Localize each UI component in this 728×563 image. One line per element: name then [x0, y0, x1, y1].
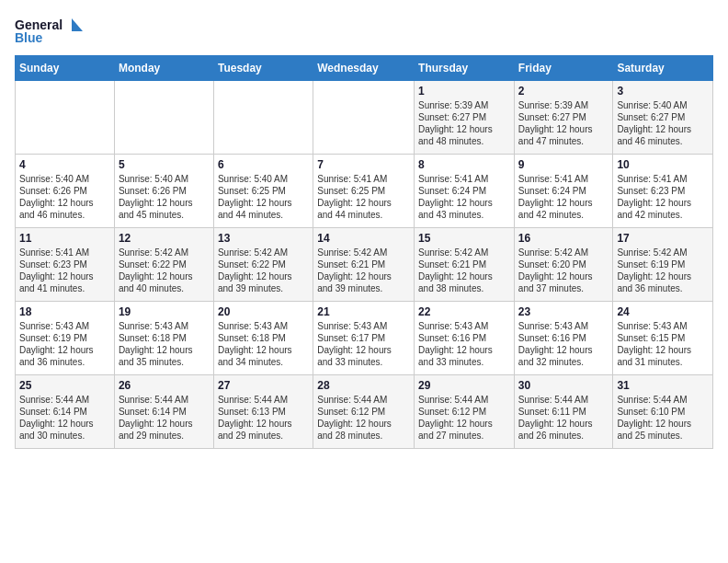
day-number: 5	[119, 158, 210, 171]
calendar-body: 1Sunrise: 5:39 AM Sunset: 6:27 PM Daylig…	[16, 81, 713, 449]
day-info: Sunrise: 5:40 AM Sunset: 6:26 PM Dayligh…	[19, 173, 110, 221]
day-cell: 4Sunrise: 5:40 AM Sunset: 6:26 PM Daylig…	[16, 155, 115, 228]
day-info: Sunrise: 5:44 AM Sunset: 6:14 PM Dayligh…	[19, 394, 110, 442]
week-row-1: 1Sunrise: 5:39 AM Sunset: 6:27 PM Daylig…	[16, 81, 713, 155]
day-number: 1	[418, 85, 510, 98]
day-cell: 28Sunrise: 5:44 AM Sunset: 6:12 PM Dayli…	[313, 375, 415, 449]
day-cell: 8Sunrise: 5:41 AM Sunset: 6:24 PM Daylig…	[415, 155, 515, 228]
day-number: 15	[418, 232, 510, 245]
svg-text:Blue: Blue	[15, 30, 43, 45]
day-cell: 11Sunrise: 5:41 AM Sunset: 6:23 PM Dayli…	[16, 228, 115, 302]
day-cell: 29Sunrise: 5:44 AM Sunset: 6:12 PM Dayli…	[415, 375, 515, 449]
day-cell: 19Sunrise: 5:43 AM Sunset: 6:18 PM Dayli…	[114, 302, 213, 375]
day-cell: 6Sunrise: 5:40 AM Sunset: 6:25 PM Daylig…	[213, 155, 313, 228]
day-cell: 23Sunrise: 5:43 AM Sunset: 6:16 PM Dayli…	[514, 302, 613, 375]
day-number: 22	[418, 305, 510, 318]
day-number: 6	[218, 158, 309, 171]
day-header-saturday: Saturday	[613, 56, 713, 81]
day-cell: 30Sunrise: 5:44 AM Sunset: 6:11 PM Dayli…	[514, 375, 613, 449]
day-info: Sunrise: 5:43 AM Sunset: 6:18 PM Dayligh…	[218, 320, 309, 368]
day-number: 23	[518, 305, 609, 318]
day-info: Sunrise: 5:43 AM Sunset: 6:17 PM Dayligh…	[317, 320, 410, 368]
day-number: 26	[119, 379, 210, 392]
day-info: Sunrise: 5:43 AM Sunset: 6:18 PM Dayligh…	[119, 320, 210, 368]
day-number: 13	[218, 232, 309, 245]
day-cell: 22Sunrise: 5:43 AM Sunset: 6:16 PM Dayli…	[415, 302, 515, 375]
day-info: Sunrise: 5:41 AM Sunset: 6:25 PM Dayligh…	[317, 173, 410, 221]
day-cell: 31Sunrise: 5:44 AM Sunset: 6:10 PM Dayli…	[613, 375, 713, 449]
day-cell: 7Sunrise: 5:41 AM Sunset: 6:25 PM Daylig…	[313, 155, 415, 228]
day-number: 14	[317, 232, 410, 245]
header: GeneralBlue	[15, 15, 713, 48]
day-number: 4	[19, 158, 110, 171]
day-cell: 2Sunrise: 5:39 AM Sunset: 6:27 PM Daylig…	[514, 81, 613, 155]
day-info: Sunrise: 5:42 AM Sunset: 6:21 PM Dayligh…	[418, 247, 510, 294]
day-header-tuesday: Tuesday	[213, 56, 313, 81]
day-info: Sunrise: 5:40 AM Sunset: 6:27 PM Dayligh…	[617, 99, 709, 147]
day-number: 19	[119, 305, 210, 318]
day-cell: 21Sunrise: 5:43 AM Sunset: 6:17 PM Dayli…	[313, 302, 415, 375]
day-info: Sunrise: 5:39 AM Sunset: 6:27 PM Dayligh…	[518, 99, 609, 147]
day-info: Sunrise: 5:44 AM Sunset: 6:13 PM Dayligh…	[218, 394, 309, 442]
day-info: Sunrise: 5:42 AM Sunset: 6:21 PM Dayligh…	[317, 247, 410, 294]
day-info: Sunrise: 5:41 AM Sunset: 6:24 PM Dayligh…	[418, 173, 510, 221]
day-cell: 5Sunrise: 5:40 AM Sunset: 6:26 PM Daylig…	[114, 155, 213, 228]
day-info: Sunrise: 5:40 AM Sunset: 6:26 PM Dayligh…	[119, 173, 210, 221]
logo-svg: GeneralBlue	[15, 15, 88, 48]
day-number: 24	[617, 305, 709, 318]
day-header-thursday: Thursday	[415, 56, 515, 81]
day-info: Sunrise: 5:44 AM Sunset: 6:12 PM Dayligh…	[418, 394, 510, 442]
day-cell: 13Sunrise: 5:42 AM Sunset: 6:22 PM Dayli…	[213, 228, 313, 302]
day-number: 10	[617, 158, 709, 171]
day-number: 9	[518, 158, 609, 171]
logo: GeneralBlue	[15, 15, 88, 48]
day-number: 28	[317, 379, 410, 392]
day-number: 16	[518, 232, 609, 245]
day-cell: 1Sunrise: 5:39 AM Sunset: 6:27 PM Daylig…	[415, 81, 515, 155]
day-info: Sunrise: 5:43 AM Sunset: 6:15 PM Dayligh…	[617, 320, 709, 368]
day-number: 18	[19, 305, 110, 318]
day-number: 2	[518, 85, 609, 98]
day-info: Sunrise: 5:41 AM Sunset: 6:23 PM Dayligh…	[617, 173, 709, 221]
day-cell: 24Sunrise: 5:43 AM Sunset: 6:15 PM Dayli…	[613, 302, 713, 375]
day-cell: 27Sunrise: 5:44 AM Sunset: 6:13 PM Dayli…	[213, 375, 313, 449]
day-info: Sunrise: 5:43 AM Sunset: 6:16 PM Dayligh…	[418, 320, 510, 368]
day-number: 12	[119, 232, 210, 245]
day-info: Sunrise: 5:44 AM Sunset: 6:11 PM Dayligh…	[518, 394, 609, 442]
day-info: Sunrise: 5:41 AM Sunset: 6:24 PM Dayligh…	[518, 173, 609, 221]
week-row-3: 11Sunrise: 5:41 AM Sunset: 6:23 PM Dayli…	[16, 228, 713, 302]
day-info: Sunrise: 5:39 AM Sunset: 6:27 PM Dayligh…	[418, 99, 510, 147]
day-info: Sunrise: 5:44 AM Sunset: 6:14 PM Dayligh…	[119, 394, 210, 442]
day-number: 29	[418, 379, 510, 392]
day-number: 25	[19, 379, 110, 392]
day-number: 7	[317, 158, 410, 171]
day-cell: 14Sunrise: 5:42 AM Sunset: 6:21 PM Dayli…	[313, 228, 415, 302]
day-header-sunday: Sunday	[16, 56, 115, 81]
day-number: 8	[418, 158, 510, 171]
week-row-4: 18Sunrise: 5:43 AM Sunset: 6:19 PM Dayli…	[16, 302, 713, 375]
day-cell: 18Sunrise: 5:43 AM Sunset: 6:19 PM Dayli…	[16, 302, 115, 375]
day-number: 31	[617, 379, 709, 392]
day-number: 30	[518, 379, 609, 392]
calendar-table: SundayMondayTuesdayWednesdayThursdayFrid…	[15, 55, 713, 449]
day-cell	[16, 81, 115, 155]
day-number: 11	[19, 232, 110, 245]
day-cell	[213, 81, 313, 155]
week-row-2: 4Sunrise: 5:40 AM Sunset: 6:26 PM Daylig…	[16, 155, 713, 228]
day-number: 17	[617, 232, 709, 245]
day-cell	[114, 81, 213, 155]
day-cell: 26Sunrise: 5:44 AM Sunset: 6:14 PM Dayli…	[114, 375, 213, 449]
day-cell: 10Sunrise: 5:41 AM Sunset: 6:23 PM Dayli…	[613, 155, 713, 228]
day-number: 20	[218, 305, 309, 318]
day-cell: 16Sunrise: 5:42 AM Sunset: 6:20 PM Dayli…	[514, 228, 613, 302]
day-cell: 9Sunrise: 5:41 AM Sunset: 6:24 PM Daylig…	[514, 155, 613, 228]
svg-marker-2	[72, 18, 83, 31]
day-cell: 17Sunrise: 5:42 AM Sunset: 6:19 PM Dayli…	[613, 228, 713, 302]
day-cell: 20Sunrise: 5:43 AM Sunset: 6:18 PM Dayli…	[213, 302, 313, 375]
day-info: Sunrise: 5:42 AM Sunset: 6:19 PM Dayligh…	[617, 247, 709, 294]
day-info: Sunrise: 5:41 AM Sunset: 6:23 PM Dayligh…	[19, 247, 110, 294]
week-row-5: 25Sunrise: 5:44 AM Sunset: 6:14 PM Dayli…	[16, 375, 713, 449]
day-info: Sunrise: 5:43 AM Sunset: 6:16 PM Dayligh…	[518, 320, 609, 368]
day-info: Sunrise: 5:42 AM Sunset: 6:20 PM Dayligh…	[518, 247, 609, 294]
day-info: Sunrise: 5:44 AM Sunset: 6:12 PM Dayligh…	[317, 394, 410, 442]
